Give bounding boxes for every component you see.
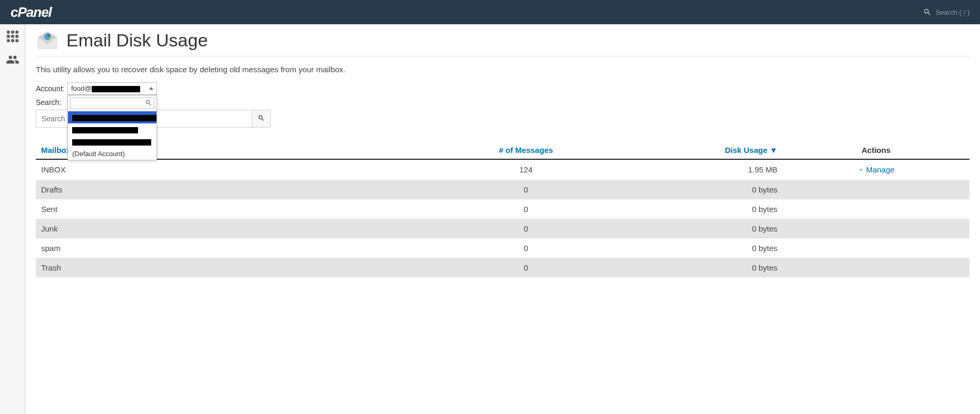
account-label: Account: [36, 84, 67, 93]
table-row: spam00 bytes [36, 238, 969, 258]
account-combo-panel: (Default Account) [67, 95, 157, 160]
cell-mailbox-name: Sent [36, 199, 456, 219]
cpanel-logo[interactable]: cPanel [11, 4, 52, 21]
cell-actions: Manage [783, 159, 969, 180]
mailbox-table: Mailbox Name # of Messages Disk Usage ▼ … [36, 141, 969, 277]
global-search[interactable]: Search ( / ) [923, 8, 969, 16]
redacted-domain [92, 86, 140, 92]
apps-grid-icon[interactable] [6, 30, 19, 43]
cell-messages: 0 [456, 219, 596, 238]
cell-mailbox-name: spam [36, 238, 456, 258]
side-rail [0, 24, 25, 414]
table-row: Sent00 bytes [36, 199, 969, 219]
redacted-account [72, 127, 138, 133]
cell-messages: 0 [456, 238, 596, 258]
cell-actions [783, 180, 969, 199]
svg-rect-5 [15, 35, 18, 37]
svg-rect-8 [15, 39, 18, 42]
cell-messages: 0 [456, 258, 596, 277]
main-content: Email Disk Usage This utility allows you… [25, 24, 980, 414]
cell-mailbox-name: Junk [36, 219, 456, 238]
global-search-placeholder: Search ( / ) [936, 8, 969, 16]
svg-rect-0 [7, 31, 9, 33]
cell-actions [783, 199, 969, 219]
cell-disk-usage: 0 bytes [596, 180, 782, 199]
cell-mailbox-name: INBOX [36, 159, 456, 180]
account-combo-list: (Default Account) [68, 111, 156, 160]
account-combo-value-prefix: food@ [71, 84, 92, 92]
cell-actions [783, 219, 969, 238]
table-row: Drafts00 bytes [36, 180, 969, 199]
account-option[interactable] [68, 111, 156, 123]
redacted-account [72, 139, 151, 146]
page-description: This utility allows you to recover disk … [36, 65, 969, 74]
page-title: Email Disk Usage [66, 30, 208, 51]
account-combo-search-input[interactable] [70, 98, 154, 109]
chevron-down-icon [858, 167, 864, 173]
top-bar: cPanel Search ( / ) [0, 0, 980, 24]
svg-rect-3 [7, 35, 9, 37]
account-combo-display[interactable]: food@ [67, 82, 157, 95]
page-header: Email Disk Usage [36, 30, 969, 56]
cell-disk-usage: 0 bytes [596, 199, 782, 219]
svg-rect-7 [11, 39, 14, 42]
svg-rect-1 [11, 31, 14, 33]
column-disk-usage[interactable]: Disk Usage ▼ [596, 141, 782, 159]
account-row: Account: food@ (Default Account) [36, 82, 969, 95]
users-icon[interactable] [6, 53, 19, 66]
cell-disk-usage: 1.95 MB [596, 159, 782, 180]
cell-messages: 124 [456, 159, 596, 180]
cell-disk-usage: 0 bytes [596, 219, 782, 238]
cell-disk-usage: 0 bytes [596, 238, 782, 258]
table-row: INBOX1241.95 MBManage [36, 159, 969, 180]
search-row [36, 110, 969, 128]
account-option[interactable] [68, 123, 156, 136]
search-row-label: Search: [36, 98, 969, 107]
cell-actions [783, 258, 969, 277]
email-disk-icon [36, 30, 59, 51]
mailbox-search-button[interactable] [252, 110, 271, 128]
column-actions: Actions [783, 141, 969, 159]
svg-rect-6 [7, 39, 9, 42]
cell-actions [783, 238, 969, 258]
account-combo[interactable]: food@ (Default Account) [67, 82, 157, 95]
cell-messages: 0 [456, 180, 596, 199]
table-row: Junk00 bytes [36, 219, 969, 238]
cell-mailbox-name: Drafts [36, 180, 456, 199]
search-label: Search: [36, 98, 67, 107]
manage-link[interactable]: Manage [858, 165, 895, 174]
svg-rect-4 [11, 35, 14, 37]
cell-messages: 0 [456, 199, 596, 219]
table-row: Trash00 bytes [36, 258, 969, 277]
manage-link-label: Manage [866, 165, 895, 174]
search-icon [923, 8, 932, 16]
account-combo-search [68, 95, 156, 111]
svg-rect-2 [15, 31, 18, 33]
account-option[interactable] [68, 136, 156, 148]
search-icon [258, 114, 265, 122]
account-option[interactable]: (Default Account) [68, 148, 156, 160]
cell-mailbox-name: Trash [36, 258, 456, 277]
cell-disk-usage: 0 bytes [596, 258, 782, 277]
column-messages[interactable]: # of Messages [456, 141, 596, 159]
redacted-account [72, 115, 156, 121]
